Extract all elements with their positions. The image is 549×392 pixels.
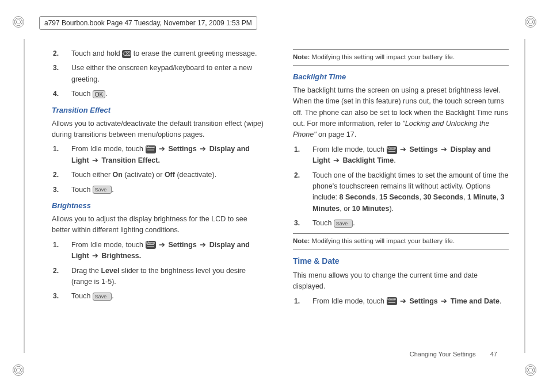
arrow-icon: ➔	[89, 252, 102, 260]
step-number: 1.	[53, 144, 59, 155]
path-settings: Settings	[169, 145, 197, 153]
path-time-date: Time and Date	[451, 297, 500, 305]
path-backlight-time: Backlight Time	[343, 156, 394, 164]
backlight-intro-b: on page 17.	[317, 130, 357, 139]
step-text: Use either the onscreen keypad/keyboard …	[71, 64, 252, 83]
path-settings: Settings	[410, 297, 438, 305]
arrow-icon: ➔	[89, 156, 102, 164]
arrow-icon: ➔	[399, 145, 409, 153]
note-label: Note:	[293, 237, 310, 244]
step-text: Touch and hold	[71, 49, 122, 57]
step-1: 1. From Idle mode, touch ➔ Settings ➔ Di…	[309, 144, 509, 167]
page-header-box: a797 Bourbon.book Page 47 Tuesday, Novem…	[39, 16, 257, 30]
note-label: Note:	[293, 53, 310, 60]
brightness-steps: 1. From Idle mode, touch ➔ Settings ➔ Di…	[52, 240, 268, 302]
step-number: 1.	[294, 144, 300, 155]
step-number: 1.	[294, 296, 300, 307]
step-text: Touch either	[71, 171, 113, 179]
footer-label: Changing Your Settings	[410, 351, 476, 358]
brightness-intro: Allows you to adjust the display brightn…	[52, 214, 268, 236]
step-number: 2.	[53, 266, 59, 276]
step-number: 3.	[53, 63, 59, 74]
page-number: 47	[490, 351, 497, 358]
step-3: 3. Use either the onscreen keypad/keyboa…	[68, 63, 268, 85]
arrow-icon: ➔	[438, 297, 451, 305]
save-button-icon: Save	[93, 293, 112, 301]
step-number: 2.	[53, 170, 59, 180]
footer: Changing Your Settings 47	[410, 351, 497, 358]
opt-10m: 10 Minutes	[352, 205, 390, 213]
note-box-1: Note: Modifying this setting will impact…	[293, 49, 509, 66]
transition-intro: Allows you to activate/deactivate the de…	[52, 118, 268, 141]
on-label: On	[113, 171, 123, 179]
step-text-post: to erase the current greeting message.	[131, 49, 257, 57]
step-text: (activate) or	[123, 171, 165, 179]
step-number: 3.	[294, 218, 300, 229]
arrow-icon: ➔	[197, 241, 209, 249]
crop-bar-left	[24, 39, 25, 353]
heading-brightness: Brightness	[52, 200, 268, 212]
path-settings: Settings	[169, 241, 197, 249]
arrow-icon: ➔	[399, 297, 409, 305]
step-text: Drag the	[71, 267, 101, 275]
content-area: 2. Touch and hold to erase the current g…	[52, 45, 509, 363]
crop-mark-tr	[525, 16, 536, 28]
step-number: 2.	[53, 48, 59, 59]
arrow-icon: ➔	[197, 145, 209, 153]
path-transition-effect: Transition Effect.	[102, 156, 160, 164]
timedate-steps: 1. From Idle mode, touch ➔ Settings ➔ Ti…	[293, 296, 509, 307]
step-text: From Idle mode, touch	[312, 297, 387, 305]
step-text: From Idle mode, touch	[71, 145, 146, 153]
ok-button-icon: OK	[93, 90, 105, 98]
step-4: 4. Touch OK.	[68, 89, 268, 99]
step-1: 1. From Idle mode, touch ➔ Settings ➔ Di…	[68, 240, 268, 262]
backlight-intro: The backlight turns the screen on using …	[293, 85, 509, 141]
step-number: 2.	[294, 170, 300, 181]
path-brightness: Brightness.	[102, 252, 142, 260]
heading-time-date: Time & Date	[293, 255, 509, 268]
step-number: 3.	[53, 291, 59, 302]
level-label: Level	[101, 267, 119, 275]
step-3: 3. Touch Save.	[68, 291, 268, 302]
arrow-icon: ➔	[438, 145, 451, 153]
step-text: From Idle mode, touch	[71, 241, 146, 249]
step-number: 4.	[53, 89, 59, 99]
step-text: .	[353, 219, 354, 227]
transition-steps: 1. From Idle mode, touch ➔ Settings ➔ Di…	[52, 144, 268, 195]
step-2: 2. Touch and hold to erase the current g…	[68, 48, 268, 59]
backlight-steps: 1. From Idle mode, touch ➔ Settings ➔ Di…	[293, 144, 509, 229]
crop-bar-right	[524, 39, 525, 353]
menu-icon	[387, 146, 397, 154]
step-text: .	[112, 186, 113, 194]
step-number: 1.	[53, 240, 59, 251]
step-text: Touch	[71, 90, 93, 98]
timedate-intro: This menu allows you to change the curre…	[293, 270, 509, 293]
crop-mark-tl	[13, 16, 24, 28]
step-text: Touch	[71, 186, 93, 194]
step-2: 2. Touch either On (activate) or Off (de…	[68, 170, 268, 180]
step-3: 3. Touch Save.	[68, 185, 268, 195]
note-text: Modifying this setting will impact your …	[310, 53, 455, 60]
off-label: Off	[165, 171, 175, 179]
step-text: (deactivate).	[175, 171, 216, 179]
heading-transition-effect: Transition Effect	[52, 105, 268, 116]
arrow-icon: ➔	[158, 145, 168, 153]
step-1: 1. From Idle mode, touch ➔ Settings ➔ Di…	[68, 144, 268, 166]
arrow-icon: ➔	[158, 241, 168, 249]
menu-icon	[146, 145, 156, 153]
step-text: .	[112, 292, 113, 300]
heading-backlight-time: Backlight Time	[293, 71, 509, 83]
step-2: 2. Drag the Level slider to the brightne…	[68, 266, 268, 288]
step-1: 1. From Idle mode, touch ➔ Settings ➔ Ti…	[309, 296, 509, 307]
step-3: 3. Touch Save.	[309, 218, 509, 229]
back-delete-icon	[122, 50, 131, 58]
menu-icon	[146, 241, 156, 249]
opt-1m: 1 Minute	[467, 193, 497, 201]
menu-icon	[387, 297, 397, 305]
step-text: Touch	[312, 219, 334, 227]
step-text: Touch	[71, 292, 93, 300]
right-column: Note: Modifying this setting will impact…	[293, 45, 509, 363]
left-column: 2. Touch and hold to erase the current g…	[52, 45, 268, 363]
step-text-post: .	[105, 90, 107, 98]
opt-15s: 15 Seconds	[379, 193, 419, 201]
